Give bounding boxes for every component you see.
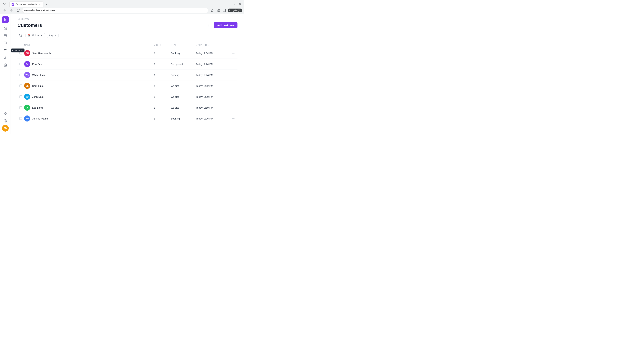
back-button[interactable]	[2, 8, 8, 13]
close-window-button[interactable]: ✕	[238, 1, 242, 6]
customer-avatar: SL	[24, 83, 30, 89]
row-more-button[interactable]: ⋯	[231, 116, 236, 121]
customer-name: Lee Long	[32, 106, 43, 109]
any-filter-dropdown[interactable]: Any	[47, 33, 58, 38]
search-button[interactable]	[18, 32, 24, 38]
checkbox-input[interactable]	[20, 117, 22, 120]
checkbox-input[interactable]	[20, 95, 22, 98]
sidebar-item-customers[interactable]: Customers	[2, 47, 9, 54]
split-view-button[interactable]	[222, 8, 227, 13]
active-tab[interactable]: W Customers | Waitwhile ✕	[10, 1, 44, 7]
table-row[interactable]: PJ Paul Jake 1 Completed Today, 2:24 PM …	[18, 59, 238, 69]
updated-cell: Today, 2:24 PM	[196, 63, 230, 65]
tab-title: Customers | Waitwhile	[16, 3, 37, 5]
header-actions-col	[230, 44, 238, 46]
url-text: new.waitwhile.com/customers	[24, 9, 55, 12]
new-tab-button[interactable]: +	[44, 2, 49, 7]
row-more-button[interactable]: ⋯	[231, 83, 236, 88]
customer-avatar: JM	[24, 115, 30, 121]
sidebar-item-calendar[interactable]	[2, 32, 9, 39]
forward-button[interactable]	[9, 8, 14, 13]
window-controls	[2, 1, 7, 6]
table-row[interactable]: WL Walter Luke 1 Serving Today, 2:24 PM …	[18, 69, 238, 80]
customer-name: Jemina Madie	[32, 117, 48, 120]
incognito-indicator[interactable]: Incognito (2)	[228, 8, 242, 12]
sidebar-item-settings[interactable]	[2, 62, 9, 68]
sidebar-item-help[interactable]	[2, 117, 9, 124]
svg-line-19	[21, 36, 22, 37]
reload-button[interactable]	[16, 8, 21, 13]
row-checkbox[interactable]	[18, 106, 24, 109]
sidebar-brand-avatar[interactable]: M	[2, 16, 9, 23]
row-checkbox[interactable]	[18, 52, 24, 54]
sidebar-item-chat[interactable]	[2, 40, 9, 46]
customer-name: Sam Luke	[32, 84, 44, 87]
row-checkbox[interactable]	[18, 95, 24, 98]
state-cell: Completed	[171, 63, 196, 65]
maximize-button[interactable]: □	[232, 1, 237, 6]
visits-cell: 1	[154, 52, 171, 55]
updated-cell: Today, 2:20 PM	[196, 95, 230, 98]
url-bar[interactable]: new.waitwhile.com/customers	[22, 8, 208, 13]
customer-avatar: SH	[24, 50, 30, 56]
visits-cell: 3	[154, 117, 171, 120]
state-cell: Serving	[171, 73, 196, 76]
row-actions: ⋯	[230, 61, 238, 67]
sidebar-bottom: JD	[2, 110, 9, 132]
row-more-button[interactable]: ⋯	[231, 105, 236, 110]
updated-cell: Today, 2:24 PM	[196, 73, 230, 76]
row-checkbox[interactable]	[18, 84, 24, 87]
customer-name-cell: JM Jemina Madie	[24, 115, 154, 121]
sidebar-item-analytics[interactable]	[2, 54, 9, 61]
table-row[interactable]: SH Sam Hemsworth 1 Booking Today, 2:54 P…	[18, 48, 238, 59]
row-more-button[interactable]: ⋯	[231, 61, 236, 67]
chevron-down-icon-any	[54, 34, 56, 36]
chevron-down-icon	[40, 34, 42, 36]
window-action-buttons: ─ □ ✕	[227, 1, 242, 6]
sidebar-item-lightning[interactable]	[2, 110, 9, 117]
tab-close-button[interactable]: ✕	[38, 3, 41, 6]
row-more-button[interactable]: ⋯	[231, 50, 236, 56]
add-customer-button[interactable]: Add customer	[214, 22, 238, 28]
browser-titlebar: W Customers | Waitwhile ✕ + ─ □ ✕	[0, 0, 244, 7]
checkbox-input[interactable]	[20, 52, 22, 54]
visits-cell: 1	[154, 84, 171, 87]
row-checkbox[interactable]	[18, 63, 24, 65]
tab-favicon: W	[12, 3, 14, 6]
time-filter-dropdown[interactable]: 📅 All time	[26, 33, 45, 38]
checkbox-input[interactable]	[20, 84, 22, 87]
header-name: NAME	[24, 44, 154, 46]
table-header: NAME VISITS STATE UPDATED ↕	[18, 42, 238, 48]
svg-rect-1	[218, 9, 220, 10]
header-visits: VISITS	[154, 44, 171, 46]
table-row[interactable]: SL Sam Luke 1 Waitlist Today, 2:22 PM ⋯	[18, 80, 238, 91]
header-updated[interactable]: UPDATED ↕	[196, 44, 230, 46]
customer-name-cell: JD John Dale	[24, 94, 154, 100]
customer-avatar: WL	[24, 72, 30, 78]
user-avatar[interactable]: JD	[2, 125, 9, 132]
table-row[interactable]: JD John Dale 1 Waitlist Today, 2:20 PM ⋯	[18, 91, 238, 102]
state-cell: Booking	[171, 117, 196, 120]
row-more-button[interactable]: ⋯	[231, 94, 236, 99]
row-actions: ⋯	[230, 50, 238, 56]
more-options-button[interactable]: ⋮	[206, 22, 212, 28]
row-checkbox[interactable]	[18, 73, 24, 76]
page-header: Customers ⋮ Add customer	[18, 21, 238, 32]
minimize-button[interactable]: ─	[227, 1, 232, 6]
checkbox-input[interactable]	[20, 63, 22, 65]
customer-name: Sam Hemsworth	[32, 52, 51, 55]
checkbox-input[interactable]	[20, 106, 22, 109]
row-checkbox[interactable]	[18, 117, 24, 120]
header-actions: ⋮ Add customer	[206, 22, 238, 28]
state-cell: Booking	[171, 52, 196, 55]
bookmark-button[interactable]	[210, 8, 215, 13]
profile-switcher[interactable]	[2, 1, 7, 6]
table-row[interactable]: LL Lee Long 1 Waitlist Today, 2:19 PM ⋯	[18, 102, 238, 113]
sidebar-item-home[interactable]	[2, 25, 9, 32]
customer-name: Walter Luke	[32, 73, 46, 76]
table-row[interactable]: JM Jemina Madie 3 Booking Today, 2:06 PM…	[18, 113, 238, 124]
browser-actions: Incognito (2)	[210, 8, 242, 13]
checkbox-input[interactable]	[20, 73, 22, 76]
extensions-button[interactable]	[216, 8, 221, 13]
row-more-button[interactable]: ⋯	[231, 72, 236, 78]
